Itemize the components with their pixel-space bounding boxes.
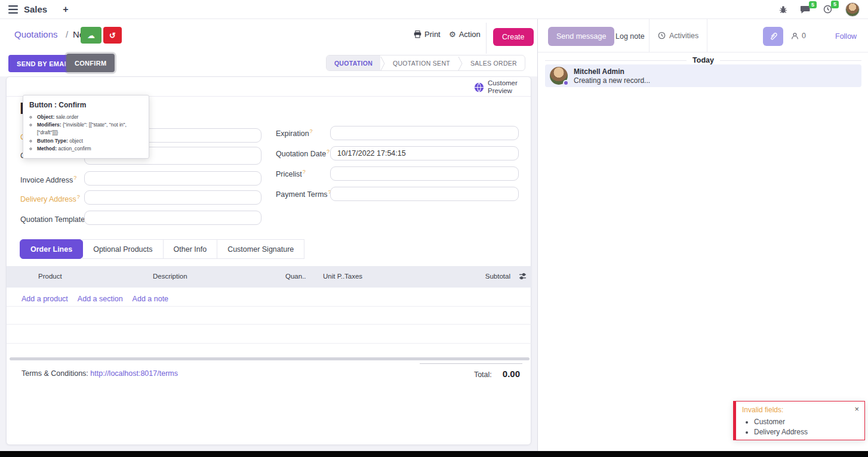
payment-terms-input[interactable]	[330, 187, 519, 201]
followers-button[interactable]: 0	[791, 32, 806, 40]
followers-count: 0	[802, 32, 806, 40]
add-a-product-link[interactable]: Add a product	[21, 295, 68, 303]
row-separator	[7, 306, 532, 307]
clock-icon	[658, 32, 666, 39]
required-marker: ?	[77, 194, 80, 200]
tooltip-item: Object: sale.order	[37, 113, 143, 121]
undo-icon: ↺	[109, 31, 116, 40]
col-taxes: Taxes	[344, 273, 362, 280]
horizontal-scrollbar[interactable]	[10, 357, 530, 360]
create-button[interactable]: Create	[493, 28, 534, 46]
panel-divider	[486, 23, 487, 54]
bottom-bar	[0, 451, 868, 457]
quotation-template-input[interactable]	[84, 211, 261, 225]
screen: Sales + 5 5 Quotations / New	[0, 0, 868, 457]
field-label-payment-terms: Payment Terms?	[276, 189, 331, 199]
tooltip-item: Method: action_confirm	[37, 145, 143, 153]
field-label-invoice-address: Invoice Address?	[20, 175, 76, 184]
invalid-field-item: Customer	[754, 417, 858, 427]
action-button[interactable]: ⚙ Action	[449, 30, 481, 39]
col-description: Description	[153, 273, 187, 280]
activities-badge: 5	[831, 1, 839, 8]
person-icon	[791, 32, 799, 40]
save-cloud-button[interactable]: ☁	[81, 27, 101, 44]
row-separator	[7, 343, 532, 344]
expiration-input[interactable]	[330, 126, 519, 140]
breadcrumb-separator: /	[66, 29, 68, 39]
required-marker: ?	[73, 175, 76, 181]
status-stepper: QUOTATION QUOTATION SENT SALES ORDER	[326, 55, 525, 71]
debug-bug-icon[interactable]	[779, 5, 787, 14]
discard-button[interactable]: ↺	[103, 27, 122, 44]
tooltip-title: Button : Confirm	[29, 101, 143, 109]
paperclip-icon	[769, 32, 778, 41]
quotation-date-input[interactable]	[330, 146, 519, 160]
button-debug-tooltip: Button : Confirm Object: sale.order Modi…	[23, 95, 149, 159]
messages-button[interactable]: 5	[801, 5, 810, 14]
step-quotation[interactable]: QUOTATION	[327, 55, 380, 70]
tooltip-item: Button Type: object	[37, 137, 143, 145]
breadcrumb-quotations-link[interactable]: Quotations	[14, 29, 58, 39]
message-body: Creating a new record...	[574, 76, 650, 85]
top-navbar: Sales + 5 5	[0, 0, 868, 19]
preview-row: Customer Preview	[7, 77, 531, 97]
log-note-button[interactable]: Log note	[610, 27, 651, 46]
tab-order-lines[interactable]: Order Lines	[20, 239, 83, 259]
print-button[interactable]: Print	[414, 30, 441, 39]
optional-columns-icon[interactable]	[519, 272, 527, 280]
activities-clock-button[interactable]: 5	[823, 5, 832, 14]
tab-other-info[interactable]: Other Info	[163, 239, 218, 259]
chatter-message: Mitchell Admin Creating a new record...	[545, 64, 861, 87]
row-separator	[7, 324, 532, 325]
required-marker: ?	[310, 128, 313, 134]
send-message-button[interactable]: Send message	[548, 27, 614, 46]
col-unit-price: Unit P..	[323, 273, 344, 280]
total-label: Total:	[474, 370, 492, 379]
invoice-address-input[interactable]	[84, 171, 261, 186]
total-block: Total: 0.00	[420, 363, 522, 379]
customer-preview-button[interactable]: Customer Preview	[474, 79, 524, 95]
pricelist-input[interactable]	[330, 166, 519, 181]
order-lines-header: Product Description Quan.. Unit P.. Taxe…	[7, 266, 532, 288]
chevron-separator-icon	[380, 55, 385, 71]
terms-line: Terms & Conditions: http://localhost:801…	[21, 369, 178, 378]
schedule-activity-button[interactable]: Activities	[649, 19, 707, 52]
menu-toggle-icon[interactable]	[8, 5, 18, 14]
field-label-quotation-date: Quotation Date?	[276, 149, 330, 158]
toast-title: Invalid fields:	[742, 406, 858, 414]
confirm-button[interactable]: CONFIRM	[66, 54, 115, 72]
required-marker: ?	[327, 149, 330, 155]
add-a-note-link[interactable]: Add a note	[133, 295, 168, 303]
tab-optional-products[interactable]: Optional Products	[82, 239, 163, 259]
step-quotation-sent[interactable]: QUOTATION SENT	[385, 55, 458, 70]
messages-badge: 5	[809, 1, 817, 9]
step-sales-order[interactable]: SALES ORDER	[463, 55, 525, 70]
add-a-section-link[interactable]: Add a section	[78, 295, 123, 303]
attach-files-button[interactable]	[763, 27, 783, 46]
gear-icon: ⚙	[449, 30, 456, 39]
tab-customer-signature[interactable]: Customer Signature	[217, 239, 304, 259]
new-tab-button[interactable]: +	[63, 4, 68, 15]
date-divider: Today	[545, 56, 861, 64]
chevron-separator-icon	[458, 55, 463, 71]
main-panel: Quotations / New ☁ ↺ Print ⚙ Action	[0, 19, 537, 451]
app-menu-sales[interactable]: Sales	[24, 4, 47, 14]
tooltip-item: Modifiers: {"invisible": [["state", "not…	[37, 121, 143, 137]
terms-link[interactable]: http://localhost:8017/terms	[90, 369, 178, 378]
follow-button[interactable]: Follow	[835, 32, 857, 41]
field-label-pricelist: Pricelist?	[276, 169, 306, 178]
required-marker: ?	[303, 169, 306, 175]
chatter-toolbar: Send message Log note Activities 0 Follo…	[538, 19, 868, 53]
invalid-fields-toast: Invalid fields: × Customer Delivery Addr…	[733, 401, 865, 440]
presence-dot	[563, 80, 569, 86]
toast-close-icon[interactable]: ×	[854, 404, 859, 413]
message-avatar[interactable]	[550, 67, 568, 85]
globe-icon	[474, 82, 484, 92]
col-product: Product	[38, 273, 62, 280]
total-value: 0.00	[503, 369, 520, 379]
delivery-address-input[interactable]	[84, 190, 261, 205]
order-line-actions: Add a product Add a section Add a note	[21, 295, 168, 303]
field-label-expiration: Expiration?	[276, 128, 313, 138]
invalid-field-item: Delivery Address	[754, 427, 858, 437]
user-avatar[interactable]	[845, 2, 860, 17]
